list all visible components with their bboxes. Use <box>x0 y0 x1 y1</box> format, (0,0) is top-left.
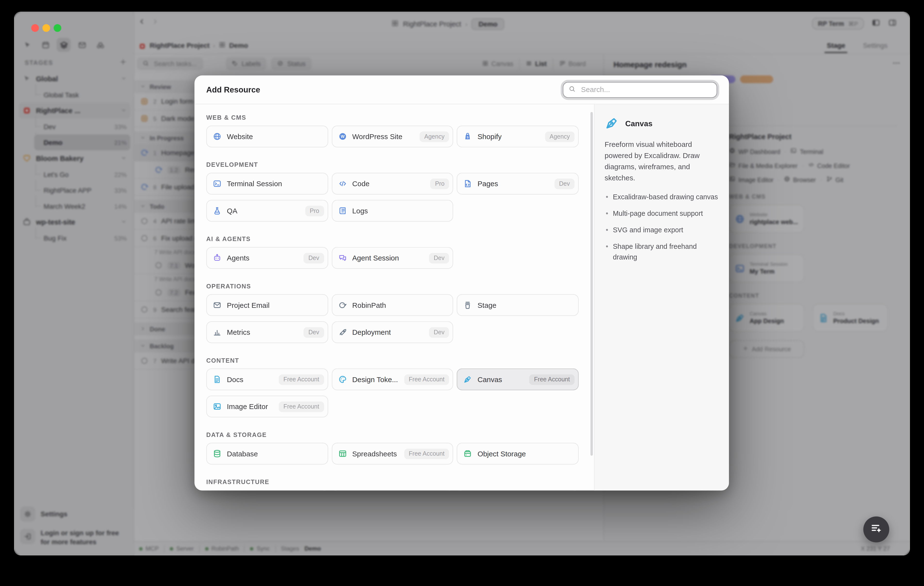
resource-category-label: OPERATIONS <box>206 282 579 290</box>
resource-card-spreadsheets[interactable]: SpreadsheetsFree Account <box>332 443 453 465</box>
resource-card-terminal-session[interactable]: Terminal Session <box>206 173 328 195</box>
resource-badge: Free Account <box>279 401 324 412</box>
detail-bullet: Shape library and freehand drawing <box>605 242 719 262</box>
resource-badge: Dev <box>429 253 449 263</box>
resource-category-label: DATA & STORAGE <box>206 431 579 438</box>
resource-list: WEB & CMS WebsiteW WordPress SiteAgencyS… <box>195 104 594 491</box>
rocket-icon <box>338 328 347 336</box>
window-controls <box>31 24 61 32</box>
resource-search-input[interactable] <box>580 85 711 94</box>
resource-badge: Pro <box>431 179 449 189</box>
svg-text:W: W <box>340 134 345 139</box>
sparkle-list-icon <box>870 521 883 537</box>
resource-name: Logs <box>352 207 368 215</box>
resource-badge: Dev <box>554 179 574 189</box>
resource-name: QA <box>227 207 237 215</box>
resource-badge: Dev <box>429 327 449 338</box>
pages-icon <box>464 179 472 188</box>
resource-card-database[interactable]: Database <box>206 443 328 465</box>
minimize-window-button[interactable] <box>43 24 50 32</box>
resource-card-qa[interactable]: QAPro <box>206 200 328 222</box>
resource-detail-panel: Canvas Freeform visual whiteboard powere… <box>594 104 729 491</box>
resource-badge: Dev <box>304 253 324 263</box>
resource-badge: Agency <box>419 131 449 142</box>
bird-icon <box>338 301 347 310</box>
resource-name: Agents <box>227 254 249 262</box>
mail-icon <box>213 301 221 310</box>
detail-bullet: SVG and image export <box>605 225 719 236</box>
terminal-icon <box>213 179 221 188</box>
wordpress-icon: W <box>338 132 347 141</box>
app-window: STAGES Global Global Task RightPlace ...… <box>14 12 910 555</box>
resource-name: Database <box>227 450 258 458</box>
resource-card-wordpress-site[interactable]: W WordPress SiteAgency <box>332 126 453 147</box>
svg-text:S: S <box>467 136 469 139</box>
resource-card-agent-session[interactable]: Agent SessionDev <box>332 247 453 269</box>
resource-card-local-folder[interactable]: Local Folder <box>457 490 579 490</box>
resource-card-image-editor[interactable]: Image EditorFree Account <box>206 396 328 417</box>
resource-category-label: CONTENT <box>206 357 579 364</box>
metrics-icon <box>213 328 221 336</box>
table-icon <box>338 449 347 458</box>
resource-badge: Pro <box>305 205 324 216</box>
resource-name: Spreadsheets <box>352 450 397 458</box>
close-window-button[interactable] <box>31 24 39 32</box>
resource-card-ssh[interactable]: SSH <box>206 490 328 490</box>
resource-detail-description: Freeform visual whiteboard powered by Ex… <box>605 139 719 184</box>
resource-card-code[interactable]: CodePro <box>332 173 453 195</box>
search-icon <box>569 84 576 95</box>
flask-icon <box>213 206 221 215</box>
resource-card-deployment[interactable]: DeploymentDev <box>332 321 453 343</box>
resource-category-label: INFRASTRUCTURE <box>206 478 579 485</box>
resource-card-robinpath[interactable]: RobinPath <box>332 294 453 316</box>
resource-name: Docs <box>227 375 243 384</box>
image-icon <box>213 402 221 411</box>
resource-name: Canvas <box>477 375 502 384</box>
resource-card-docs[interactable]: DocsFree Account <box>206 369 328 390</box>
resource-card-stage[interactable]: Stage <box>457 294 579 316</box>
modal-title: Add Resource <box>206 85 260 94</box>
ai-assistant-fab[interactable] <box>863 516 889 542</box>
resource-card-logs[interactable]: Logs <box>332 200 453 222</box>
resource-card-design-toke[interactable]: Design Toke...Free Account <box>332 369 453 390</box>
resource-name: Agent Session <box>352 254 399 262</box>
shopify-icon: S <box>464 132 472 141</box>
resource-badge: Dev <box>304 327 324 338</box>
resource-badge: Free Account <box>404 374 449 385</box>
resource-name: Image Editor <box>227 402 268 411</box>
resource-card-sftp-ftp[interactable]: SFTP / FTP <box>332 490 453 490</box>
resource-name: Shopify <box>477 132 502 141</box>
logs-icon <box>338 206 347 215</box>
add-resource-modal: Add Resource WEB & CMS WebsiteW WordPres… <box>195 76 729 491</box>
resource-badge: Free Account <box>530 374 574 385</box>
globe-icon <box>213 132 221 141</box>
resource-card-canvas[interactable]: CanvasFree Account <box>457 369 579 390</box>
resource-card-shopify[interactable]: S ShopifyAgency <box>457 126 579 147</box>
resource-name: Object Storage <box>477 450 526 458</box>
resource-card-project-email[interactable]: Project Email <box>206 294 328 316</box>
resource-card-agents[interactable]: AgentsDev <box>206 247 328 269</box>
resource-name: RobinPath <box>352 301 386 309</box>
resource-category-label: DEVELOPMENT <box>206 161 579 168</box>
resource-search[interactable] <box>563 81 717 98</box>
drive-icon <box>464 449 472 458</box>
screen: STAGES Global Global Task RightPlace ...… <box>0 0 924 586</box>
robot-icon <box>213 253 221 262</box>
resource-name: Project Email <box>227 301 270 309</box>
doc-icon <box>213 375 221 384</box>
resource-card-metrics[interactable]: MetricsDev <box>206 321 328 343</box>
zoom-window-button[interactable] <box>54 24 61 32</box>
database-icon <box>213 449 221 458</box>
resource-card-pages[interactable]: PagesDev <box>457 173 579 195</box>
detail-bullet: Excalidraw-based drawing canvas <box>605 192 719 202</box>
stack-jar-icon <box>464 301 472 310</box>
resource-name: Code <box>352 179 369 188</box>
resource-name: Stage <box>477 301 497 309</box>
resource-badge: Free Account <box>279 374 324 385</box>
resource-category-label: WEB & CMS <box>206 114 579 121</box>
resource-name: Terminal Session <box>227 179 282 188</box>
scrollbar[interactable] <box>591 112 593 456</box>
pen-icon <box>464 375 472 384</box>
resource-card-object-storage[interactable]: Object Storage <box>457 443 579 465</box>
resource-card-website[interactable]: Website <box>206 126 328 147</box>
